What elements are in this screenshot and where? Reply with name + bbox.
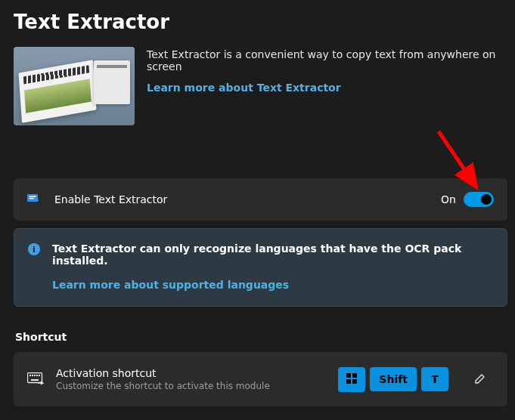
shortcut-card: Activation shortcut Customize the shortc… [14, 352, 507, 406]
info-card: i Text Extractor can only recognize lang… [14, 228, 507, 307]
svg-rect-1 [29, 196, 36, 197]
svg-rect-3 [28, 373, 42, 383]
svg-rect-9 [31, 379, 39, 381]
page-title: Text Extractor [14, 11, 507, 33]
svg-rect-4 [29, 375, 31, 376]
keyboard-icon [27, 372, 44, 386]
text-extract-icon [27, 193, 42, 205]
supported-languages-link[interactable]: Learn more about supported languages [52, 279, 289, 291]
learn-more-link[interactable]: Learn more about Text Extractor [147, 82, 341, 94]
enable-card: Enable Text Extractor On [14, 178, 507, 221]
svg-rect-12 [346, 379, 351, 384]
enable-toggle[interactable] [464, 192, 494, 207]
hero-description: Text Extractor is a convenient way to co… [147, 48, 507, 73]
svg-rect-13 [352, 379, 357, 384]
toggle-state-text: On [441, 193, 456, 205]
enable-label: Enable Text Extractor [54, 193, 429, 205]
key-win [338, 367, 365, 392]
pencil-icon [474, 372, 486, 387]
svg-rect-2 [29, 198, 34, 199]
shortcut-subtitle: Customize the shortcut to activate this … [56, 381, 326, 391]
svg-rect-6 [34, 375, 36, 376]
hero-section: Text Extractor is a convenient way to co… [14, 47, 507, 125]
shortcut-section-label: Shortcut [15, 331, 507, 343]
key-shift: Shift [370, 367, 417, 391]
shortcut-keys: Shift T [338, 367, 448, 392]
edit-shortcut-button[interactable] [467, 366, 494, 393]
svg-rect-7 [36, 375, 38, 376]
svg-rect-8 [39, 375, 40, 376]
svg-rect-10 [346, 373, 351, 378]
info-icon: i [28, 243, 40, 255]
shortcut-title: Activation shortcut [56, 367, 326, 379]
info-message: Text Extractor can only recognize langua… [52, 242, 493, 267]
svg-rect-5 [32, 375, 33, 376]
svg-rect-11 [352, 373, 357, 378]
key-t: T [421, 367, 448, 391]
hero-thumbnail [14, 47, 135, 125]
